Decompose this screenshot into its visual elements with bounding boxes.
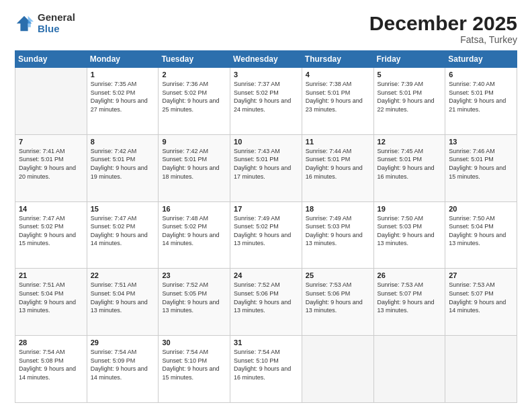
calendar-cell: 6Sunrise: 7:40 AMSunset: 5:01 PMDaylight… — [445, 68, 517, 135]
weekday-header-friday: Friday — [373, 51, 445, 68]
day-number: 24 — [234, 271, 298, 279]
calendar-cell: 11Sunrise: 7:44 AMSunset: 5:01 PMDayligh… — [302, 134, 373, 201]
day-number: 20 — [449, 205, 513, 213]
day-number: 13 — [449, 138, 513, 146]
day-number: 18 — [306, 205, 370, 213]
cell-text: Sunrise: 7:41 AMSunset: 5:01 PMDaylight:… — [19, 147, 83, 181]
svg-marker-1 — [28, 15, 34, 27]
calendar-cell: 7Sunrise: 7:41 AMSunset: 5:01 PMDaylight… — [15, 134, 87, 201]
cell-text: Sunrise: 7:39 AMSunset: 5:01 PMDaylight:… — [378, 80, 442, 113]
cell-text: Sunrise: 7:47 AMSunset: 5:02 PMDaylight:… — [19, 214, 83, 248]
cell-text: Sunrise: 7:48 AMSunset: 5:02 PMDaylight:… — [162, 214, 226, 248]
cell-text: Sunrise: 7:53 AMSunset: 5:07 PMDaylight:… — [378, 281, 442, 314]
calendar-cell: 2Sunrise: 7:36 AMSunset: 5:02 PMDaylight… — [159, 68, 230, 135]
day-number: 21 — [19, 271, 83, 279]
page: General Blue December 2025 Fatsa, Turkey… — [0, 0, 532, 411]
calendar-cell: 28Sunrise: 7:54 AMSunset: 5:08 PMDayligh… — [15, 336, 87, 403]
cell-text: Sunrise: 7:40 AMSunset: 5:01 PMDaylight:… — [449, 80, 513, 113]
calendar-cell: 13Sunrise: 7:46 AMSunset: 5:01 PMDayligh… — [445, 134, 517, 201]
day-number: 30 — [162, 338, 226, 347]
main-title: December 2025 — [369, 12, 517, 34]
weekday-header-saturday: Saturday — [445, 51, 517, 68]
cell-text: Sunrise: 7:51 AMSunset: 5:04 PMDaylight:… — [91, 281, 155, 314]
logo-general-text: General — [38, 12, 75, 24]
day-number: 26 — [378, 271, 442, 279]
day-number: 7 — [19, 138, 83, 146]
day-number: 22 — [91, 271, 155, 279]
calendar-cell: 31Sunrise: 7:54 AMSunset: 5:10 PMDayligh… — [230, 336, 302, 403]
weekday-header-wednesday: Wednesday — [230, 51, 302, 68]
cell-text: Sunrise: 7:44 AMSunset: 5:01 PMDaylight:… — [306, 147, 370, 181]
day-number: 6 — [449, 71, 513, 79]
calendar-cell: 16Sunrise: 7:48 AMSunset: 5:02 PMDayligh… — [159, 201, 230, 269]
cell-text: Sunrise: 7:37 AMSunset: 5:02 PMDaylight:… — [234, 80, 298, 113]
cell-text: Sunrise: 7:53 AMSunset: 5:07 PMDaylight:… — [449, 281, 513, 314]
day-number: 25 — [306, 271, 370, 279]
logo-text: General Blue — [38, 12, 75, 34]
cell-text: Sunrise: 7:36 AMSunset: 5:02 PMDaylight:… — [162, 80, 226, 113]
cell-text: Sunrise: 7:42 AMSunset: 5:01 PMDaylight:… — [162, 147, 226, 181]
cell-text: Sunrise: 7:38 AMSunset: 5:01 PMDaylight:… — [306, 80, 370, 113]
calendar-table: SundayMondayTuesdayWednesdayThursdayFrid… — [15, 50, 517, 403]
calendar-week-1: 7Sunrise: 7:41 AMSunset: 5:01 PMDaylight… — [15, 134, 517, 201]
calendar-cell: 14Sunrise: 7:47 AMSunset: 5:02 PMDayligh… — [15, 201, 87, 269]
cell-text: Sunrise: 7:54 AMSunset: 5:10 PMDaylight:… — [234, 348, 298, 381]
logo: General Blue — [15, 12, 75, 34]
calendar-cell: 25Sunrise: 7:53 AMSunset: 5:06 PMDayligh… — [302, 269, 373, 336]
calendar-week-2: 14Sunrise: 7:47 AMSunset: 5:02 PMDayligh… — [15, 201, 517, 269]
cell-text: Sunrise: 7:46 AMSunset: 5:01 PMDaylight:… — [449, 147, 513, 181]
cell-text: Sunrise: 7:35 AMSunset: 5:02 PMDaylight:… — [91, 80, 155, 113]
calendar-cell: 8Sunrise: 7:42 AMSunset: 5:01 PMDaylight… — [87, 134, 159, 201]
calendar-week-0: 1Sunrise: 7:35 AMSunset: 5:02 PMDaylight… — [15, 68, 517, 135]
calendar-cell: 9Sunrise: 7:42 AMSunset: 5:01 PMDaylight… — [159, 134, 230, 201]
calendar-cell: 3Sunrise: 7:37 AMSunset: 5:02 PMDaylight… — [230, 68, 302, 135]
cell-text: Sunrise: 7:51 AMSunset: 5:04 PMDaylight:… — [19, 281, 83, 314]
day-number: 4 — [306, 71, 370, 79]
calendar-cell — [373, 336, 445, 403]
day-number: 28 — [19, 338, 83, 347]
cell-text: Sunrise: 7:50 AMSunset: 5:04 PMDaylight:… — [449, 214, 513, 248]
day-number: 1 — [91, 71, 155, 79]
day-number: 19 — [378, 205, 442, 213]
day-number: 29 — [91, 338, 155, 347]
cell-text: Sunrise: 7:49 AMSunset: 5:03 PMDaylight:… — [306, 214, 370, 248]
calendar-week-3: 21Sunrise: 7:51 AMSunset: 5:04 PMDayligh… — [15, 269, 517, 336]
calendar-cell — [15, 68, 87, 135]
cell-text: Sunrise: 7:54 AMSunset: 5:08 PMDaylight:… — [19, 348, 83, 381]
weekday-header-sunday: Sunday — [15, 51, 87, 68]
day-number: 9 — [162, 138, 226, 146]
cell-text: Sunrise: 7:42 AMSunset: 5:01 PMDaylight:… — [91, 147, 155, 181]
day-number: 5 — [378, 71, 442, 79]
calendar-cell: 29Sunrise: 7:54 AMSunset: 5:09 PMDayligh… — [87, 336, 159, 403]
calendar-cell: 12Sunrise: 7:45 AMSunset: 5:01 PMDayligh… — [373, 134, 445, 201]
calendar-cell — [445, 336, 517, 403]
day-number: 17 — [234, 205, 298, 213]
cell-text: Sunrise: 7:53 AMSunset: 5:06 PMDaylight:… — [306, 281, 370, 314]
calendar-cell: 18Sunrise: 7:49 AMSunset: 5:03 PMDayligh… — [302, 201, 373, 269]
cell-text: Sunrise: 7:54 AMSunset: 5:09 PMDaylight:… — [91, 348, 155, 381]
calendar-cell: 22Sunrise: 7:51 AMSunset: 5:04 PMDayligh… — [87, 269, 159, 336]
cell-text: Sunrise: 7:43 AMSunset: 5:01 PMDaylight:… — [234, 147, 298, 181]
cell-text: Sunrise: 7:52 AMSunset: 5:06 PMDaylight:… — [234, 281, 298, 314]
weekday-header-monday: Monday — [87, 51, 159, 68]
weekday-header-row: SundayMondayTuesdayWednesdayThursdayFrid… — [15, 51, 517, 68]
calendar-cell: 15Sunrise: 7:47 AMSunset: 5:02 PMDayligh… — [87, 201, 159, 269]
calendar-cell: 4Sunrise: 7:38 AMSunset: 5:01 PMDaylight… — [302, 68, 373, 135]
cell-text: Sunrise: 7:50 AMSunset: 5:03 PMDaylight:… — [378, 214, 442, 248]
top-section: General Blue December 2025 Fatsa, Turkey — [15, 12, 517, 45]
calendar-cell — [302, 336, 373, 403]
day-number: 11 — [306, 138, 370, 146]
day-number: 23 — [162, 271, 226, 279]
weekday-header-tuesday: Tuesday — [159, 51, 230, 68]
calendar-cell: 27Sunrise: 7:53 AMSunset: 5:07 PMDayligh… — [445, 269, 517, 336]
cell-text: Sunrise: 7:49 AMSunset: 5:02 PMDaylight:… — [234, 214, 298, 248]
calendar-cell: 20Sunrise: 7:50 AMSunset: 5:04 PMDayligh… — [445, 201, 517, 269]
day-number: 3 — [234, 71, 298, 79]
day-number: 16 — [162, 205, 226, 213]
day-number: 31 — [234, 338, 298, 347]
day-number: 8 — [91, 138, 155, 146]
calendar-cell: 23Sunrise: 7:52 AMSunset: 5:05 PMDayligh… — [159, 269, 230, 336]
calendar-cell: 21Sunrise: 7:51 AMSunset: 5:04 PMDayligh… — [15, 269, 87, 336]
calendar-cell: 24Sunrise: 7:52 AMSunset: 5:06 PMDayligh… — [230, 269, 302, 336]
day-number: 12 — [378, 138, 442, 146]
